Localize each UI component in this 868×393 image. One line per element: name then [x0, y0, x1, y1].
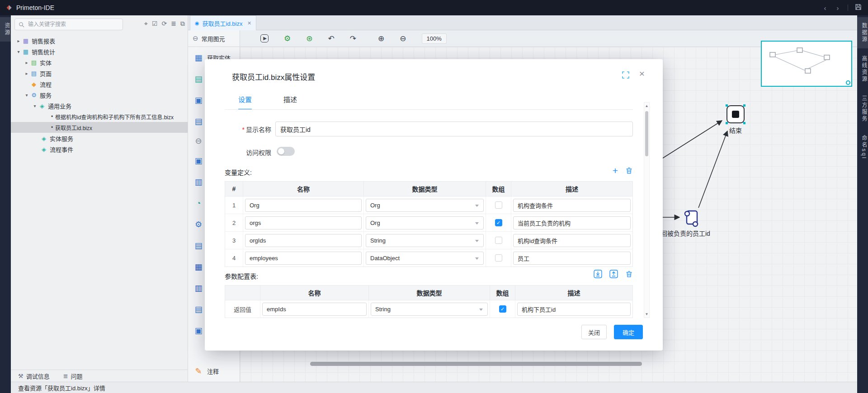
display-name-input[interactable]	[275, 122, 633, 136]
array-checkbox[interactable]	[495, 201, 502, 209]
add-variable-icon[interactable]: +	[613, 166, 618, 175]
tree-item-entity[interactable]: ▸ ▤ 实体	[11, 57, 188, 68]
delete-param-icon[interactable]	[625, 270, 633, 278]
rail-tab-resources[interactable]: 资源	[0, 17, 11, 42]
run-config-icon[interactable]: ⊛	[306, 35, 312, 42]
tree-item-flow-event[interactable]: ◈ 流程事件	[11, 144, 188, 154]
palette-item-comment[interactable]: ✎ 注释	[188, 360, 240, 382]
variable-name-input[interactable]	[245, 234, 362, 247]
search-box[interactable]	[14, 19, 123, 30]
tree-item-get-employee-id-bizx[interactable]: • 获取员工id.bizx	[11, 122, 188, 133]
tab-description[interactable]: 描述	[283, 94, 297, 110]
minimap-zoom-handle[interactable]	[846, 80, 850, 85]
tree-item-common-business[interactable]: ▾ ◈ 通用业务	[11, 100, 188, 111]
problems-tab[interactable]: ≣ 问题	[63, 372, 83, 380]
zoom-in-icon[interactable]: ⊕	[378, 35, 384, 42]
array-checkbox[interactable]	[495, 219, 502, 226]
redo-icon[interactable]: ↷	[350, 35, 356, 42]
variable-type-select[interactable]: Org	[366, 199, 484, 212]
maximize-icon[interactable]	[622, 71, 629, 80]
refresh-icon[interactable]: ⟳	[162, 20, 167, 27]
close-button[interactable]: 关闭	[581, 325, 607, 339]
tab-settings[interactable]: 设置	[238, 94, 252, 110]
tree-item-sales-stats[interactable]: ▾ ▦ 销售统计	[11, 46, 188, 57]
collapse-all-icon[interactable]: ≣	[171, 20, 176, 27]
close-tab-icon[interactable]: ×	[247, 19, 251, 27]
array-checkbox[interactable]	[499, 305, 506, 313]
problems-icon: ≣	[63, 373, 68, 379]
editor-tab-label: 获取员工id.bizx	[203, 19, 243, 28]
variable-type-select[interactable]: Org	[366, 216, 484, 229]
collapse-arrow-icon[interactable]: ▾	[32, 103, 38, 108]
palette-header[interactable]: ⊖ 常用图元	[188, 30, 240, 47]
debug-info-tab[interactable]: ⚒ 调试信息	[18, 372, 50, 380]
variable-desc-input[interactable]	[513, 216, 631, 229]
scrollbar-thumb[interactable]	[645, 111, 648, 156]
zoom-level-select[interactable]: 100%	[422, 33, 447, 44]
param-name-input[interactable]	[262, 303, 367, 316]
tree-item-flow[interactable]: ◆ 流程	[11, 79, 188, 89]
horizontal-scrollbar[interactable]	[310, 362, 642, 366]
collapse-arrow-icon[interactable]: ▾	[15, 49, 22, 54]
rail-tab-thirdparty-services[interactable]: 三方服务	[857, 90, 868, 128]
display-name-label: *显示名称	[225, 125, 271, 134]
tree-item-query-org-bizx[interactable]: • 根据机构id查询机构和子机构下所有员工信息.bizx	[11, 111, 188, 122]
variable-type-select[interactable]: String	[366, 234, 484, 247]
rail-tab-datasource[interactable]: 数据源	[857, 17, 868, 48]
expand-arrow-icon[interactable]: ▸	[24, 60, 30, 65]
validate-icon[interactable]: ☑	[152, 20, 158, 27]
close-dialog-icon[interactable]: ×	[639, 68, 645, 79]
search-icon	[19, 22, 24, 28]
end-node[interactable]	[726, 105, 745, 123]
collapse-palette-icon[interactable]: ⊖	[193, 34, 198, 42]
application-window: Primeton-IDE ‹ › 资源 数据源 高线资源 三方服务 命名sql …	[0, 0, 868, 393]
locate-icon[interactable]: ⌖	[144, 20, 148, 27]
delete-variable-icon[interactable]	[625, 167, 633, 174]
panel-icon[interactable]: ⧉	[180, 20, 185, 27]
minimap[interactable]	[761, 41, 852, 87]
editor-tab-active[interactable]: ◉ 获取员工id.bizx ×	[190, 15, 256, 30]
lock-shape-icon: ▦	[194, 263, 203, 271]
dialog-tabs: 设置 描述	[238, 94, 297, 110]
array-checkbox[interactable]	[495, 237, 502, 244]
expand-arrow-icon[interactable]: ▸	[24, 71, 30, 76]
tree-item-sales-report[interactable]: ▸ ▦ 销售报表	[11, 35, 188, 46]
access-permission-toggle[interactable]	[277, 147, 295, 156]
return-node[interactable]	[684, 209, 700, 227]
rail-tab-offline-resources[interactable]: 高线资源	[857, 50, 868, 88]
undo-icon[interactable]: ↶	[328, 35, 335, 42]
tree-item-entity-service[interactable]: ◈ 实体服务	[11, 133, 188, 144]
param-type-select[interactable]: String	[371, 303, 488, 316]
sidebar-bottom-tabs: ⚒ 调试信息 ≣ 问题	[11, 370, 188, 382]
save-icon[interactable]	[854, 4, 863, 12]
variable-name-input[interactable]	[245, 252, 362, 265]
variable-name-input[interactable]	[245, 216, 362, 229]
rail-tab-named-sql[interactable]: 命名sql	[857, 130, 868, 165]
export-params-icon[interactable]	[609, 270, 618, 278]
row-index: 1	[225, 196, 243, 214]
scroll-up-icon[interactable]: ▲	[644, 104, 649, 108]
form-shape-icon: ▣	[194, 96, 203, 104]
nav-back-icon[interactable]: ‹	[821, 4, 830, 12]
collapse-arrow-icon[interactable]: ▾	[24, 93, 30, 98]
dialog-scrollbar[interactable]: ▲ ▼	[644, 102, 650, 318]
zoom-out-icon[interactable]: ⊖	[400, 35, 406, 42]
tree-item-service[interactable]: ▾ ⚙ 服务	[11, 89, 188, 100]
confirm-button[interactable]: 确定	[614, 325, 643, 339]
search-input[interactable]	[27, 21, 119, 28]
variable-desc-input[interactable]	[513, 199, 631, 212]
scroll-down-icon[interactable]: ▼	[644, 312, 649, 316]
import-params-icon[interactable]	[594, 270, 602, 278]
expand-arrow-icon[interactable]: ▸	[15, 38, 22, 43]
variable-name-input[interactable]	[245, 199, 362, 212]
debug-run-icon[interactable]: ⚙	[284, 35, 291, 42]
tree-item-page[interactable]: ▸ ▤ 页面	[11, 68, 188, 79]
param-desc-input[interactable]	[517, 303, 631, 316]
run-icon[interactable]: ▶	[260, 34, 269, 42]
nav-forward-icon[interactable]: ›	[833, 4, 842, 12]
array-checkbox[interactable]	[495, 254, 502, 262]
variable-desc-input[interactable]	[513, 252, 631, 265]
access-permission-label: 访问权限	[225, 148, 271, 157]
variable-type-select[interactable]: DataObject	[366, 252, 484, 265]
variable-desc-input[interactable]	[513, 234, 631, 247]
